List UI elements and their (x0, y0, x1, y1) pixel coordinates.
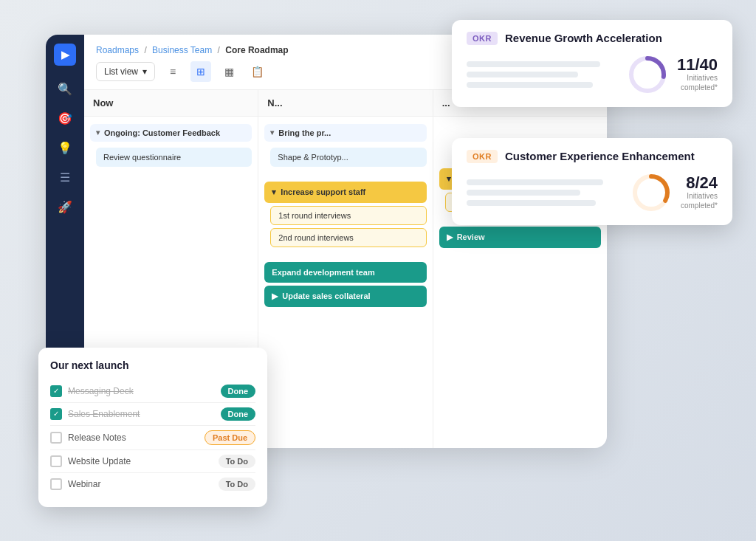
lightbulb-icon[interactable]: 💡 (53, 137, 77, 160)
checkbox-website[interactable] (50, 455, 62, 467)
checklist-item: ✓ Sales Enablement Done (50, 403, 255, 426)
initiative-review[interactable]: ▶ Review (439, 227, 601, 248)
subtask-1st-round[interactable]: 1st round interviews (270, 206, 426, 225)
okr-line (467, 82, 593, 88)
task-review-questionnaire[interactable]: Review questionnaire (96, 148, 252, 167)
initiative-increase-support[interactable]: ▾ Increase support staff (264, 182, 426, 203)
status-badge-release: Past Due (205, 430, 255, 445)
breadcrumb-roadmaps[interactable]: Roadmaps (96, 45, 139, 55)
scene: ▶ 🔍 🎯 💡 ☰ 🚀 Roadmaps / Business Team / C… (24, 20, 732, 522)
checklist-text-messaging: Messaging Deck (68, 386, 134, 396)
status-badge-website: To Do (219, 455, 255, 468)
checkbox-release[interactable] (50, 432, 62, 444)
okr-body-2: 8/24 Initiativescompleted* (467, 172, 718, 213)
target-icon[interactable]: 🎯 (53, 107, 77, 131)
chevron-right-icon: ▶ (447, 232, 453, 242)
search-icon[interactable]: 🔍 (53, 77, 77, 101)
checklist-text-webinar: Webinar (68, 479, 100, 489)
sidebar-logo[interactable]: ▶ (54, 44, 76, 66)
checklist-item: Website Update To Do (50, 450, 255, 473)
column-header-next: N... (258, 90, 432, 117)
list-view-button[interactable]: List view ▾ (96, 62, 155, 81)
okr-stats-1: 11/40 Initiativescompleted* (677, 57, 718, 92)
initiative-update-sales[interactable]: ▶ Update sales collateral (264, 286, 426, 307)
subtask-2nd-round[interactable]: 2nd round interviews (270, 228, 426, 247)
checkbox-sales[interactable]: ✓ (50, 408, 62, 420)
okr-label-2: Initiativescompleted* (681, 191, 718, 210)
chevron-down-icon: ▾ (142, 66, 147, 77)
status-badge-sales: Done (221, 407, 256, 421)
okr-line (467, 72, 578, 77)
column-header-now: Now (84, 90, 258, 117)
checklist-left: ✓ Messaging Deck (50, 385, 134, 397)
checklist-title: Our next launch (50, 359, 255, 371)
initiative-expand-dev-next[interactable]: Expand development team (264, 262, 426, 283)
grid-2-icon[interactable]: ⊞ (190, 61, 211, 82)
okr-line (467, 200, 596, 206)
chevron-icon: ▾ (96, 128, 100, 137)
menu-lines-icon[interactable]: ☰ (53, 166, 77, 190)
status-badge-webinar: To Do (219, 478, 255, 491)
progress-circle-2 (630, 172, 672, 213)
okr-progress-2: 8/24 Initiativescompleted* (630, 172, 718, 213)
checklist-left: ✓ Sales Enablement (50, 408, 140, 420)
checklist-item: Webinar To Do (50, 473, 255, 495)
chevron-icon: ▾ (272, 187, 276, 197)
rocket-icon[interactable]: 🚀 (53, 196, 77, 219)
checklist-text-website: Website Update (68, 456, 131, 466)
group-label: Bring the pr... (278, 128, 331, 137)
okr-lines-2 (467, 179, 619, 206)
okr-badge-2: OKR (467, 150, 498, 163)
okr-title-2: Customer Experience Enhancement (505, 150, 695, 162)
list-view-label: List view (104, 66, 138, 77)
okr-label-1: Initiativescompleted* (677, 73, 718, 92)
column-next: N... ▾ Bring the pr... Shape & Prototyp.… (258, 90, 433, 448)
okr-line (467, 190, 580, 196)
status-badge-messaging: Done (221, 385, 256, 398)
okr-badge-1: OKR (467, 32, 498, 45)
okr-header-2: OKR Customer Experience Enhancement (467, 150, 718, 163)
okr-title-1: Revenue Growth Acceleration (505, 32, 662, 44)
okr-lines-1 (467, 61, 615, 88)
chevron-icon: ▾ (447, 174, 451, 184)
checkbox-messaging[interactable]: ✓ (50, 385, 62, 397)
checklist-item: Release Notes Past Due (50, 426, 255, 450)
breadcrumb-current: Core Roadmap (225, 45, 288, 55)
okr-progress-1: 11/40 Initiativescompleted* (627, 54, 718, 95)
column-body-next: ▾ Bring the pr... Shape & Prototyp... ▾ … (258, 117, 432, 448)
menu-icon[interactable]: ≡ (162, 61, 183, 82)
chevron-right-icon: ▶ (272, 292, 278, 301)
breadcrumb-business-team[interactable]: Business Team (152, 45, 212, 55)
okr-line (467, 179, 603, 185)
chevron-icon: ▾ (270, 128, 274, 137)
okr-fraction-1: 11/40 (677, 57, 718, 73)
checklist-item: ✓ Messaging Deck Done (50, 380, 255, 403)
group-customer-feedback[interactable]: ▾ Ongoing: Customer Feedback (90, 124, 252, 142)
task-shape-prototype[interactable]: Shape & Prototyp... (270, 148, 426, 167)
okr-card-revenue: OKR Revenue Growth Acceleration 11/40 In… (452, 20, 732, 107)
okr-card-cx: OKR Customer Experience Enhancement 8/24 (452, 138, 732, 225)
okr-body-1: 11/40 Initiativescompleted* (467, 54, 718, 95)
okr-stats-2: 8/24 Initiativescompleted* (681, 175, 718, 210)
checklist-left: Release Notes (50, 432, 126, 444)
okr-line (467, 61, 600, 67)
group-bring-product[interactable]: ▾ Bring the pr... (264, 124, 426, 142)
progress-circle-1 (627, 54, 668, 95)
checklist-text-release: Release Notes (68, 433, 126, 443)
group-label: Ongoing: Customer Feedback (104, 128, 220, 137)
checkbox-webinar[interactable] (50, 478, 62, 490)
checklist-card: Our next launch ✓ Messaging Deck Done ✓ … (38, 348, 267, 507)
okr-fraction-2: 8/24 (681, 175, 718, 191)
clipboard-icon[interactable]: 📋 (247, 61, 267, 82)
checklist-left: Website Update (50, 455, 131, 467)
checklist-text-sales: Sales Enablement (68, 409, 140, 419)
okr-header-1: OKR Revenue Growth Acceleration (467, 32, 718, 45)
checklist-left: Webinar (50, 478, 100, 490)
grid-icon[interactable]: ▦ (219, 61, 239, 82)
